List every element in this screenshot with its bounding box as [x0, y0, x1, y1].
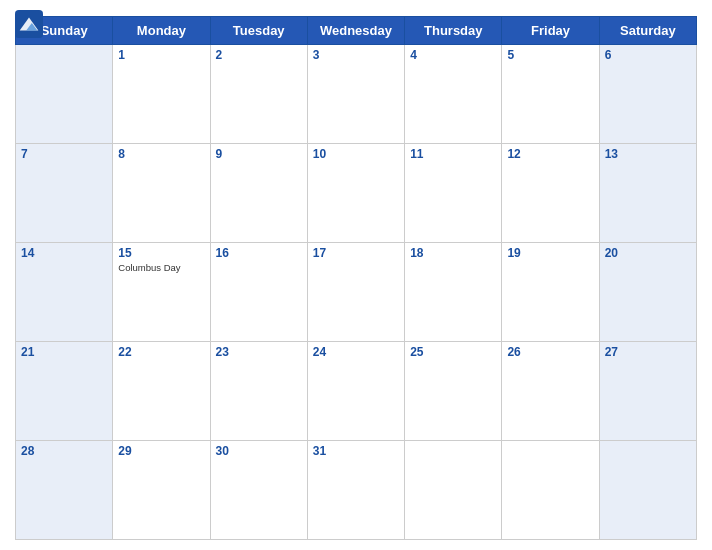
- header-thursday: Thursday: [405, 17, 502, 45]
- header-friday: Friday: [502, 17, 599, 45]
- header-monday: Monday: [113, 17, 210, 45]
- day-number: 27: [605, 345, 691, 359]
- day-number: 11: [410, 147, 496, 161]
- calendar-cell: 13: [599, 144, 696, 243]
- day-event: Columbus Day: [118, 262, 204, 273]
- logo: [15, 10, 46, 38]
- header-tuesday: Tuesday: [210, 17, 307, 45]
- calendar-cell: 17: [307, 243, 404, 342]
- calendar-cell: 15Columbus Day: [113, 243, 210, 342]
- day-number: 26: [507, 345, 593, 359]
- calendar-cell: 26: [502, 342, 599, 441]
- day-number: 19: [507, 246, 593, 260]
- calendar-cell: 8: [113, 144, 210, 243]
- calendar-cell: 21: [16, 342, 113, 441]
- calendar-cell: 3: [307, 45, 404, 144]
- day-number: 9: [216, 147, 302, 161]
- calendar-cell: 27: [599, 342, 696, 441]
- calendar-week-5: 28293031: [16, 441, 697, 540]
- header-saturday: Saturday: [599, 17, 696, 45]
- day-number: 4: [410, 48, 496, 62]
- calendar-cell: [599, 441, 696, 540]
- day-number: 8: [118, 147, 204, 161]
- calendar-cell: 10: [307, 144, 404, 243]
- day-number: 10: [313, 147, 399, 161]
- calendar-cell: 16: [210, 243, 307, 342]
- calendar-cell: [502, 441, 599, 540]
- calendar-cell: 20: [599, 243, 696, 342]
- calendar-cell: 7: [16, 144, 113, 243]
- calendar-cell: 5: [502, 45, 599, 144]
- day-number: 22: [118, 345, 204, 359]
- day-number: 2: [216, 48, 302, 62]
- calendar-week-1: 123456: [16, 45, 697, 144]
- calendar-cell: 14: [16, 243, 113, 342]
- day-number: 5: [507, 48, 593, 62]
- calendar-cell: [405, 441, 502, 540]
- calendar-body: 123456789101112131415Columbus Day1617181…: [16, 45, 697, 540]
- calendar-cell: 12: [502, 144, 599, 243]
- calendar-cell: 30: [210, 441, 307, 540]
- calendar-cell: 4: [405, 45, 502, 144]
- day-number: 29: [118, 444, 204, 458]
- day-number: 30: [216, 444, 302, 458]
- day-number: 1: [118, 48, 204, 62]
- day-number: 18: [410, 246, 496, 260]
- calendar-cell: 28: [16, 441, 113, 540]
- calendar-week-2: 78910111213: [16, 144, 697, 243]
- calendar-cell: 18: [405, 243, 502, 342]
- day-number: 20: [605, 246, 691, 260]
- calendar-week-4: 21222324252627: [16, 342, 697, 441]
- day-number: 16: [216, 246, 302, 260]
- calendar-cell: 11: [405, 144, 502, 243]
- calendar-cell: 31: [307, 441, 404, 540]
- calendar-cell: 23: [210, 342, 307, 441]
- header-wednesday: Wednesday: [307, 17, 404, 45]
- day-number: 13: [605, 147, 691, 161]
- day-number: 28: [21, 444, 107, 458]
- logo-icon: [15, 10, 43, 38]
- day-number: 24: [313, 345, 399, 359]
- day-number: 7: [21, 147, 107, 161]
- weekday-headers: Sunday Monday Tuesday Wednesday Thursday…: [16, 17, 697, 45]
- day-number: 31: [313, 444, 399, 458]
- calendar-cell: 19: [502, 243, 599, 342]
- day-number: 25: [410, 345, 496, 359]
- day-number: 21: [21, 345, 107, 359]
- day-number: 17: [313, 246, 399, 260]
- calendar-table: Sunday Monday Tuesday Wednesday Thursday…: [15, 16, 697, 540]
- calendar-cell: 6: [599, 45, 696, 144]
- day-number: 14: [21, 246, 107, 260]
- calendar-cell: 1: [113, 45, 210, 144]
- calendar-cell: 24: [307, 342, 404, 441]
- day-number: 12: [507, 147, 593, 161]
- day-number: 15: [118, 246, 204, 260]
- calendar-cell: [16, 45, 113, 144]
- calendar-container: Sunday Monday Tuesday Wednesday Thursday…: [0, 0, 712, 550]
- calendar-cell: 29: [113, 441, 210, 540]
- calendar-cell: 2: [210, 45, 307, 144]
- calendar-cell: 22: [113, 342, 210, 441]
- day-number: 23: [216, 345, 302, 359]
- calendar-week-3: 1415Columbus Day1617181920: [16, 243, 697, 342]
- day-number: 6: [605, 48, 691, 62]
- calendar-cell: 9: [210, 144, 307, 243]
- calendar-header-row: Sunday Monday Tuesday Wednesday Thursday…: [16, 17, 697, 45]
- calendar-cell: 25: [405, 342, 502, 441]
- day-number: 3: [313, 48, 399, 62]
